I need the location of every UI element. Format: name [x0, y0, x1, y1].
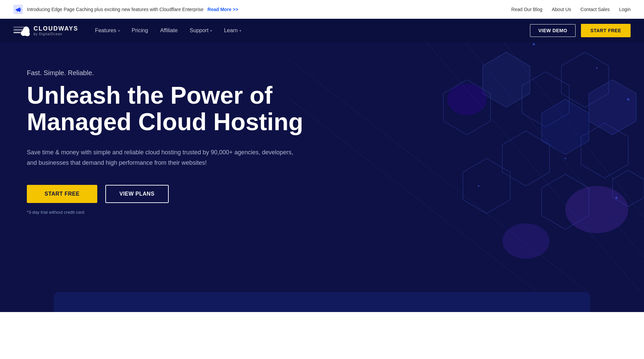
- announcement-section: Introducing Edge Page Caching plus excit…: [13, 5, 238, 14]
- nav-item-support[interactable]: Support ▾: [190, 28, 212, 34]
- nav-item-pricing[interactable]: Pricing: [132, 28, 148, 34]
- svg-marker-20: [589, 80, 636, 135]
- read-more-link[interactable]: Read More >>: [208, 7, 238, 12]
- top-link-blog[interactable]: Read Our Blog: [511, 7, 542, 12]
- nav-item-learn[interactable]: Learn ▾: [224, 28, 241, 34]
- top-bar: Introducing Edge Page Caching plus excit…: [0, 0, 644, 19]
- svg-point-29: [533, 43, 535, 45]
- svg-point-21: [565, 186, 628, 233]
- chevron-down-icon: ▾: [118, 29, 120, 33]
- svg-point-30: [596, 67, 598, 69]
- svg-point-33: [478, 185, 480, 187]
- svg-point-32: [565, 158, 566, 159]
- hero-content: Fast. Simple. Reliable. Unleash the Powe…: [27, 69, 303, 215]
- start-free-nav-button[interactable]: START FREE: [581, 24, 631, 37]
- svg-rect-3: [13, 32, 21, 33]
- nav-item-affiliate[interactable]: Affiliate: [160, 28, 177, 34]
- svg-marker-15: [463, 158, 510, 213]
- view-demo-button[interactable]: VIEW DEMO: [530, 24, 576, 37]
- logo-text: CLOUDWAYS by DigitalOcean: [34, 25, 78, 36]
- hero-title: Unleash the Power of Managed Cloud Hosti…: [27, 82, 303, 135]
- svg-point-22: [502, 223, 550, 259]
- view-plans-button[interactable]: VIEW PLANS: [105, 185, 169, 203]
- hero-buttons: START FREE VIEW PLANS: [27, 185, 303, 203]
- trial-note: *3-day trial without credit card: [27, 210, 303, 215]
- hero-section: Fast. Simple. Reliable. Unleash the Powe…: [0, 42, 644, 292]
- hero-description: Save time & money with simple and reliab…: [27, 147, 302, 168]
- bottom-card-hint: [54, 292, 590, 312]
- logo-icon: [13, 24, 30, 37]
- nav-left: CLOUDWAYS by DigitalOcean Features ▾ Pri…: [13, 24, 241, 37]
- nav-right: VIEW DEMO START FREE: [530, 24, 631, 37]
- svg-point-31: [627, 98, 630, 101]
- chevron-down-icon: ▾: [239, 29, 241, 33]
- svg-rect-2: [13, 29, 23, 31]
- nav-item-features[interactable]: Features ▾: [95, 28, 119, 34]
- megaphone-icon: [13, 5, 23, 14]
- svg-marker-19: [542, 99, 589, 154]
- chevron-down-icon: ▾: [210, 29, 212, 33]
- svg-point-34: [615, 197, 618, 199]
- hero-background: [290, 42, 644, 292]
- logo[interactable]: CLOUDWAYS by DigitalOcean: [13, 24, 78, 37]
- top-link-contact[interactable]: Contact Sales: [581, 7, 610, 12]
- main-nav: CLOUDWAYS by DigitalOcean Features ▾ Pri…: [0, 19, 644, 42]
- svg-marker-18: [483, 52, 530, 107]
- top-link-about[interactable]: About Us: [552, 7, 571, 12]
- svg-point-6: [25, 32, 30, 36]
- hero-tagline: Fast. Simple. Reliable.: [27, 69, 303, 77]
- announcement-text: Introducing Edge Page Caching plus excit…: [27, 7, 238, 12]
- start-free-hero-button[interactable]: START FREE: [27, 185, 97, 203]
- nav-links: Features ▾ Pricing Affiliate Support ▾: [95, 28, 241, 34]
- svg-point-23: [447, 84, 486, 115]
- top-bar-links: Read Our Blog About Us Contact Sales Log…: [511, 7, 631, 12]
- top-link-login[interactable]: Login: [619, 7, 631, 12]
